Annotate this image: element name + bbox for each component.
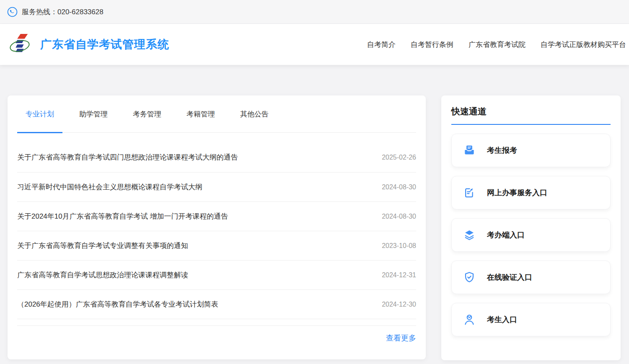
phone-icon [7,7,18,17]
quick-link-label: 考生报考 [487,145,517,155]
header: 广东省自学考试管理系统 自考简介 自考暂行条例 广东省教育考试院 自学考试正版教… [0,24,629,65]
list-item[interactable]: 习近平新时代中国特色社会主义思想概论课程自学考试大纲 2024-08-30 [17,173,416,202]
quick-link-label: 考办端入口 [487,230,525,240]
hotline-number: 020-62833628 [57,8,104,16]
main-nav: 自考简介 自考暂行条例 广东省教育考试院 自学考试正版教材购买平台 [367,40,629,49]
notice-list: 关于广东省高等教育自学考试四门思想政治理论课课程考试大纲的通告 2025-02-… [17,133,416,343]
notice-title: 关于广东省高等教育自学考试四门思想政治理论课课程考试大纲的通告 [17,152,238,162]
quick-link-exam-office-entrance[interactable]: 考办端入口 [451,218,611,252]
list-item[interactable]: （2026年起使用）广东省高等教育自学考试各专业考试计划简表 2024-12-3… [17,290,416,319]
nav-item-education-exam-authority[interactable]: 广东省教育考试院 [469,40,525,49]
nav-item-intro[interactable]: 自考简介 [367,40,396,49]
notice-date: 2023-10-08 [382,242,416,250]
notice-title: （2026年起使用）广东省高等教育自学考试各专业考试计划简表 [17,299,218,309]
tab-label: 专业计划 [26,109,54,119]
notice-date: 2024-08-30 [382,213,416,220]
tab-other-notices[interactable]: 其他公告 [232,96,277,132]
tab-major-plan[interactable]: 专业计划 [17,96,62,132]
quick-channel-header: 快速通道 [451,106,611,125]
notice-title: 关于广东省高等教育自学考试专业调整有关事项的通知 [17,241,188,250]
topbar: 服务热线：020-62833628 [0,0,629,24]
tab-study-support[interactable]: 助学管理 [71,96,116,132]
quick-link-label: 网上办事服务入口 [487,188,547,198]
notice-date: 2024-12-31 [382,271,416,279]
inbox-icon [463,144,476,157]
hotline-text: 服务热线：020-62833628 [22,7,104,17]
list-item[interactable]: 广东省高等教育自学考试思想政治理论课课程调整解读 2024-12-31 [17,261,416,290]
notice-title: 关于2024年10月广东省高等教育自学考试 增加一门开考课程的通告 [17,212,228,221]
view-more-link[interactable]: 查看更多 [386,333,416,343]
layers-icon [463,229,476,241]
notice-tabs: 专业计划 助学管理 考务管理 考籍管理 其他公告 [17,96,416,133]
notice-title: 广东省高等教育自学考试思想政治理论课课程调整解读 [17,270,188,280]
edit-document-icon [463,186,476,199]
tab-exam-records[interactable]: 考籍管理 [178,96,223,132]
quick-link-candidate-registration[interactable]: 考生报考 [451,134,611,167]
quick-channel-panel: 快速通道 考生报考 网上办事服务入口 [441,96,621,360]
notice-title: 习近平新时代中国特色社会主义思想概论课程自学考试大纲 [17,182,202,192]
content: 专业计划 助学管理 考务管理 考籍管理 其他公告 关于广东省高等教育自学考试四门… [0,65,629,360]
nav-item-provisional-regulations[interactable]: 自考暂行条例 [411,40,453,49]
tab-label: 考务管理 [133,109,161,119]
quick-link-label: 考生入口 [487,315,517,325]
quick-link-label: 在线验证入口 [487,272,532,282]
quick-link-online-verification-entrance[interactable]: 在线验证入口 [451,261,611,294]
view-more-row: 查看更多 [17,326,416,343]
tab-label: 考籍管理 [186,109,215,119]
site-logo-icon [9,32,30,57]
hotline-label: 服务热线： [22,8,57,16]
nav-item-textbook-platform[interactable]: 自学考试正版教材购买平台 [541,40,626,49]
notice-date: 2025-02-26 [382,154,416,161]
tab-exam-affairs[interactable]: 考务管理 [124,96,170,132]
list-divider [17,319,416,326]
notice-panel: 专业计划 助学管理 考务管理 考籍管理 其他公告 关于广东省高等教育自学考试四门… [8,96,426,359]
notice-date: 2024-12-30 [382,301,416,308]
list-item[interactable]: 关于广东省高等教育自学考试四门思想政治理论课课程考试大纲的通告 2025-02-… [17,133,416,173]
quick-link-candidate-entrance[interactable]: 考生入口 [451,303,611,336]
notice-date: 2024-08-30 [382,183,416,191]
tab-label: 助学管理 [79,109,108,119]
page-title: 广东省自学考试管理系统 [40,37,169,52]
tab-label: 其他公告 [240,109,269,119]
quick-link-online-service-entrance[interactable]: 网上办事服务入口 [451,176,611,209]
user-icon [463,313,476,326]
quick-channel-title: 快速通道 [451,106,487,116]
shield-check-icon [463,271,476,284]
list-item[interactable]: 关于2024年10月广东省高等教育自学考试 增加一门开考课程的通告 2024-0… [17,202,416,231]
list-item[interactable]: 关于广东省高等教育自学考试专业调整有关事项的通知 2023-10-08 [17,231,416,261]
